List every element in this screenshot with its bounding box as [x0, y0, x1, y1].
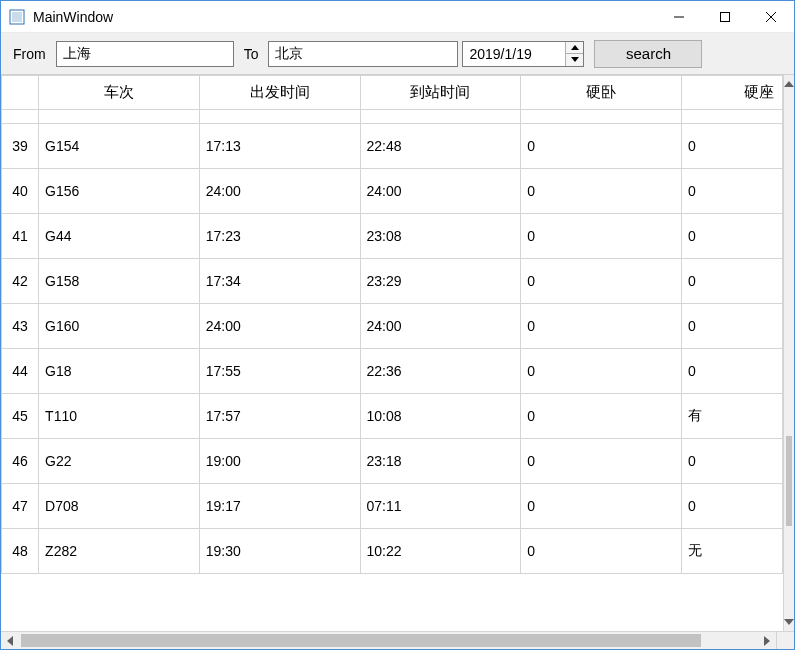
- row-header[interactable]: 46: [2, 439, 39, 484]
- date-input[interactable]: [463, 42, 565, 66]
- cell-train[interactable]: G160: [39, 304, 200, 349]
- scroll-up-button[interactable]: [784, 75, 794, 93]
- cell-hard-sleeper[interactable]: 0: [521, 349, 682, 394]
- cell-train[interactable]: G18: [39, 349, 200, 394]
- table-row[interactable]: 38G1617:0021:5600: [2, 110, 783, 124]
- row-header[interactable]: 47: [2, 484, 39, 529]
- col-header-train[interactable]: 车次: [39, 76, 200, 110]
- cell-hard-seat[interactable]: 0: [681, 304, 782, 349]
- cell-hard-seat[interactable]: 0: [681, 214, 782, 259]
- cell-train[interactable]: G44: [39, 214, 200, 259]
- close-button[interactable]: [748, 1, 794, 33]
- cell-hard-sleeper[interactable]: 0: [521, 259, 682, 304]
- cell-depart[interactable]: 17:13: [199, 124, 360, 169]
- row-header[interactable]: 40: [2, 169, 39, 214]
- table-row[interactable]: 48Z28219:3010:220无: [2, 529, 783, 574]
- vertical-scrollbar[interactable]: [783, 75, 794, 631]
- cell-train[interactable]: G156: [39, 169, 200, 214]
- table-row[interactable]: 44G1817:5522:3600: [2, 349, 783, 394]
- cell-hard-sleeper[interactable]: 0: [521, 304, 682, 349]
- horizontal-scroll-thumb[interactable]: [21, 634, 701, 647]
- cell-arrive[interactable]: 21:56: [360, 110, 521, 124]
- col-header-hard-sleeper[interactable]: 硬卧: [521, 76, 682, 110]
- to-input[interactable]: [268, 41, 458, 67]
- cell-depart[interactable]: 17:00: [199, 110, 360, 124]
- row-header[interactable]: 41: [2, 214, 39, 259]
- cell-depart[interactable]: 17:57: [199, 394, 360, 439]
- scroll-down-button[interactable]: [784, 613, 794, 631]
- table-row[interactable]: 46G2219:0023:1800: [2, 439, 783, 484]
- cell-depart[interactable]: 19:17: [199, 484, 360, 529]
- horizontal-scrollbar[interactable]: [1, 631, 794, 649]
- cell-hard-seat[interactable]: 0: [681, 349, 782, 394]
- scroll-right-button[interactable]: [758, 632, 776, 650]
- cell-train[interactable]: D708: [39, 484, 200, 529]
- cell-train[interactable]: G154: [39, 124, 200, 169]
- cell-hard-seat[interactable]: 0: [681, 484, 782, 529]
- col-header-arrive[interactable]: 到站时间: [360, 76, 521, 110]
- cell-depart[interactable]: 17:23: [199, 214, 360, 259]
- cell-depart[interactable]: 17:34: [199, 259, 360, 304]
- cell-hard-seat[interactable]: 0: [681, 110, 782, 124]
- cell-hard-sleeper[interactable]: 0: [521, 110, 682, 124]
- from-input[interactable]: [56, 41, 234, 67]
- cell-arrive[interactable]: 22:36: [360, 349, 521, 394]
- row-header[interactable]: 44: [2, 349, 39, 394]
- cell-arrive[interactable]: 24:00: [360, 169, 521, 214]
- date-step-up[interactable]: [566, 42, 583, 55]
- cell-hard-sleeper[interactable]: 0: [521, 394, 682, 439]
- cell-hard-sleeper[interactable]: 0: [521, 529, 682, 574]
- cell-hard-sleeper[interactable]: 0: [521, 124, 682, 169]
- col-header-hard-seat[interactable]: 硬座: [681, 76, 782, 110]
- cell-depart[interactable]: 24:00: [199, 169, 360, 214]
- date-picker[interactable]: [462, 41, 584, 67]
- cell-hard-seat[interactable]: 0: [681, 259, 782, 304]
- cell-hard-seat[interactable]: 有: [681, 394, 782, 439]
- row-header[interactable]: 42: [2, 259, 39, 304]
- table-row[interactable]: 40G15624:0024:0000: [2, 169, 783, 214]
- table-row[interactable]: 43G16024:0024:0000: [2, 304, 783, 349]
- cell-hard-seat[interactable]: 无: [681, 529, 782, 574]
- cell-depart[interactable]: 19:30: [199, 529, 360, 574]
- cell-hard-sleeper[interactable]: 0: [521, 439, 682, 484]
- cell-arrive[interactable]: 24:00: [360, 304, 521, 349]
- row-header[interactable]: 45: [2, 394, 39, 439]
- cell-hard-seat[interactable]: 0: [681, 169, 782, 214]
- date-step-down[interactable]: [566, 54, 583, 66]
- cell-depart[interactable]: 19:00: [199, 439, 360, 484]
- cell-hard-seat[interactable]: 0: [681, 439, 782, 484]
- col-header-depart[interactable]: 出发时间: [199, 76, 360, 110]
- cell-arrive[interactable]: 23:18: [360, 439, 521, 484]
- cell-arrive[interactable]: 23:08: [360, 214, 521, 259]
- cell-train[interactable]: G22: [39, 439, 200, 484]
- row-header[interactable]: 43: [2, 304, 39, 349]
- table-row[interactable]: 47D70819:1707:1100: [2, 484, 783, 529]
- cell-train[interactable]: T110: [39, 394, 200, 439]
- vertical-scroll-track[interactable]: [784, 93, 794, 613]
- cell-arrive[interactable]: 07:11: [360, 484, 521, 529]
- cell-depart[interactable]: 17:55: [199, 349, 360, 394]
- cell-arrive[interactable]: 22:48: [360, 124, 521, 169]
- cell-train[interactable]: Z282: [39, 529, 200, 574]
- table-row[interactable]: 41G4417:2323:0800: [2, 214, 783, 259]
- cell-hard-sleeper[interactable]: 0: [521, 484, 682, 529]
- cell-arrive[interactable]: 23:29: [360, 259, 521, 304]
- row-header[interactable]: 48: [2, 529, 39, 574]
- table-row[interactable]: 45T11017:5710:080有: [2, 394, 783, 439]
- cell-hard-sleeper[interactable]: 0: [521, 169, 682, 214]
- maximize-button[interactable]: [702, 1, 748, 33]
- cell-hard-seat[interactable]: 0: [681, 124, 782, 169]
- cell-hard-sleeper[interactable]: 0: [521, 214, 682, 259]
- table-row[interactable]: 42G15817:3423:2900: [2, 259, 783, 304]
- cell-depart[interactable]: 24:00: [199, 304, 360, 349]
- row-header[interactable]: 39: [2, 124, 39, 169]
- horizontal-scroll-track[interactable]: [19, 632, 758, 649]
- row-header[interactable]: 38: [2, 110, 39, 124]
- cell-train[interactable]: G158: [39, 259, 200, 304]
- vertical-scroll-thumb[interactable]: [786, 436, 792, 526]
- cell-arrive[interactable]: 10:22: [360, 529, 521, 574]
- cell-train[interactable]: G16: [39, 110, 200, 124]
- search-button[interactable]: search: [594, 40, 702, 68]
- scroll-left-button[interactable]: [1, 632, 19, 650]
- table-row[interactable]: 39G15417:1322:4800: [2, 124, 783, 169]
